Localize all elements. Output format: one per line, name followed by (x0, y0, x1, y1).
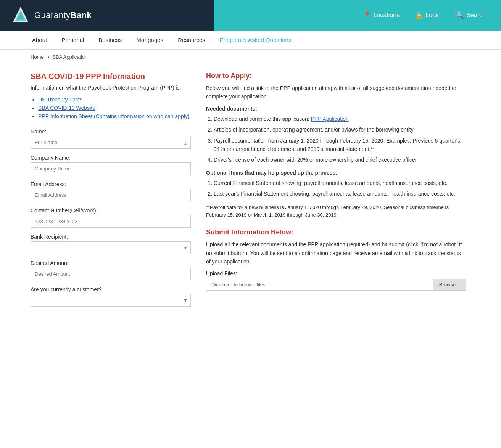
nav-personal[interactable]: Personal (60, 37, 85, 43)
sba-section-desc: Information on what the Paycheck Protect… (31, 84, 191, 92)
nav-about[interactable]: About (31, 37, 48, 43)
name-input[interactable] (31, 136, 191, 149)
nav-business[interactable]: Business (97, 37, 123, 43)
payroll-note: **Payroll data for a new business is Jan… (206, 204, 466, 220)
page-body: SBA COVID-19 PPP Information Information… (0, 64, 501, 328)
email-label: Email Address: (31, 181, 191, 187)
upload-label: Upload Files: (206, 270, 466, 276)
how-to-apply-desc: Below you will find a link to the PPP ap… (206, 84, 466, 101)
nav-faq[interactable]: Frequently Asked Questions (218, 37, 293, 43)
right-column: How to Apply: Below you will find a link… (206, 72, 470, 313)
scroll-container[interactable]: How to Apply: Below you will find a link… (206, 72, 470, 300)
main-nav: About Personal Business Mortgages Resour… (0, 31, 501, 50)
bank-select[interactable]: Option 1 Option 2 (31, 241, 191, 254)
us-treasury-link[interactable]: US Treasury Facts (38, 96, 82, 103)
logo-icon (11, 6, 30, 24)
customer-label: Are you currently a customer? (31, 286, 191, 292)
list-item: SBA COVID-19 Website (38, 105, 191, 111)
upload-row: Browse... (206, 279, 466, 291)
how-to-apply-title: How to Apply: (206, 72, 466, 80)
login-link[interactable]: 🔒 Login (415, 11, 440, 19)
how-to-apply-section: How to Apply: Below you will find a link… (206, 72, 466, 219)
search-link[interactable]: 🔍 Search (456, 11, 486, 19)
breadcrumb: Home > SBA Application (0, 50, 501, 64)
submit-section: Submit Information Below: Upload all the… (206, 228, 466, 291)
logo[interactable]: GuarantyBank (11, 6, 92, 24)
ppp-application-link[interactable]: PPP Application (311, 116, 349, 122)
customer-select-wrapper: Yes No ▼ (31, 294, 191, 307)
amount-label: Desired Amount: (31, 260, 191, 266)
nav-resources[interactable]: Resources (176, 37, 207, 43)
browse-button[interactable]: Browse... (433, 279, 466, 291)
bank-field-group: Bank Recipient: Option 1 Option 2 ▼ (31, 234, 191, 254)
list-item: Current Financial Statement showing: pay… (214, 179, 466, 187)
company-label: Company Name: (31, 155, 191, 161)
list-item: Download and complete this application: … (214, 115, 466, 123)
upload-input[interactable] (206, 279, 433, 291)
needed-docs-list: Download and complete this application: … (206, 115, 466, 164)
needed-doc-1-text: Download and complete this application: (214, 116, 309, 122)
breadcrumb-separator: > (47, 54, 50, 60)
optional-title: Optional items that may help speed up th… (206, 170, 466, 176)
sba-section-title: SBA COVID-19 PPP Information (31, 72, 191, 81)
ppp-info-link[interactable]: PPP Information Sheet (Contains informat… (38, 113, 190, 119)
header-left: GuarantyBank (0, 0, 214, 31)
list-item: Last year's Financial Statement showing:… (214, 189, 466, 198)
amount-input[interactable] (31, 268, 191, 280)
sba-website-link[interactable]: SBA COVID-19 Website (38, 105, 95, 111)
resource-links: US Treasury Facts SBA COVID-19 Website P… (31, 96, 191, 119)
list-item: Payroll documentation from January 1, 20… (214, 136, 466, 154)
breadcrumb-home[interactable]: Home (31, 54, 44, 60)
bank-select-wrapper: Option 1 Option 2 ▼ (31, 241, 191, 254)
locations-link[interactable]: 📍 Locations (363, 11, 400, 19)
header-right: 📍 Locations 🔒 Login 🔍 Search (214, 0, 501, 31)
optional-list: Current Financial Statement showing: pay… (206, 179, 466, 198)
lock-icon: 🔒 (415, 11, 423, 19)
contact-field-group: Contact Number(Cell/Work): (31, 207, 191, 228)
bank-label: Bank Recipient: (31, 234, 191, 240)
amount-field-group: Desired Amount: (31, 260, 191, 280)
company-input[interactable] (31, 162, 191, 175)
list-item: Driver's license of each owner with 20% … (214, 156, 466, 164)
breadcrumb-current: SBA Application (53, 54, 88, 60)
contact-input[interactable] (31, 215, 191, 228)
name-input-wrapper: ⊞ (31, 136, 191, 149)
search-icon: 🔍 (456, 11, 464, 19)
left-column: SBA COVID-19 PPP Information Information… (31, 72, 191, 313)
list-item: US Treasury Facts (38, 96, 191, 103)
email-field-group: Email Address: (31, 181, 191, 201)
customer-select[interactable]: Yes No (31, 294, 191, 307)
location-icon: 📍 (363, 11, 371, 19)
name-label: Name: (31, 128, 191, 135)
customer-field-group: Are you currently a customer? Yes No ▼ (31, 286, 191, 307)
submit-title: Submit Information Below: (206, 228, 466, 236)
name-input-icon: ⊞ (183, 140, 188, 146)
contact-label: Contact Number(Cell/Work): (31, 207, 191, 214)
list-item: Articles of incorporation, operating agr… (214, 125, 466, 134)
logo-text: GuarantyBank (34, 10, 92, 20)
name-field-group: Name: ⊞ (31, 128, 191, 149)
needed-docs-title: Needed documents: (206, 106, 466, 112)
nav-mortgages[interactable]: Mortgages (135, 37, 165, 43)
list-item: PPP Information Sheet (Contains informat… (38, 113, 191, 119)
header: GuarantyBank 📍 Locations 🔒 Login 🔍 Searc… (0, 0, 501, 31)
email-input[interactable] (31, 189, 191, 201)
company-field-group: Company Name: (31, 155, 191, 175)
submit-desc: Upload all the relevant documents and th… (206, 240, 466, 266)
